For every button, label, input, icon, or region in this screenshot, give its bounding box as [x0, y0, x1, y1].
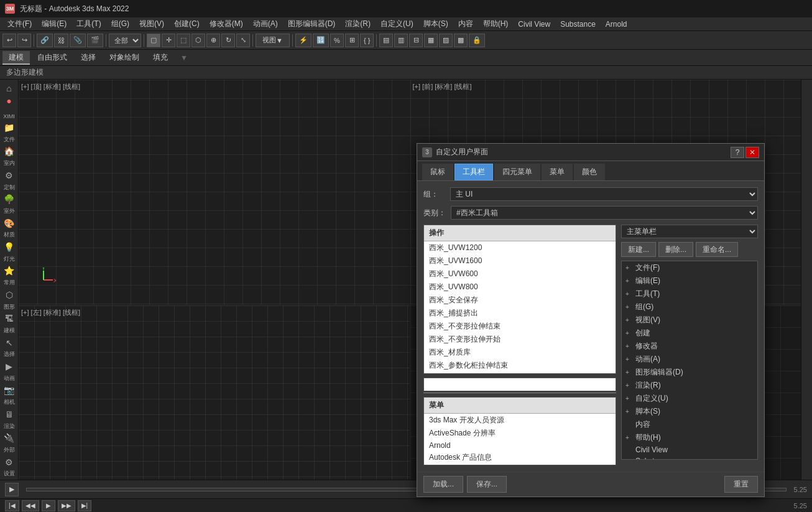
op-item-4[interactable]: 西米_安全保存 — [424, 294, 616, 307]
op-item-8[interactable]: 西米_材质库 — [424, 346, 616, 359]
menu-header: 菜单 — [424, 398, 616, 414]
menu-listbox[interactable]: 菜单 3ds Max 开发人员资源 ActiveShade 分辨率 Arnold… — [423, 397, 616, 465]
op-item-6[interactable]: 西米_不变形拉伸结束 — [424, 320, 616, 333]
dialog-footer: 加载... 保存... 重置 — [417, 472, 764, 496]
rc-item-12: 内容 — [622, 418, 757, 431]
rc-label-1: 编辑(E) — [635, 276, 660, 286]
rename-btn[interactable]: 重命名... — [696, 242, 738, 257]
right-menu-list: + 文件(F) + 编辑(E) + 工具(T) + — [621, 261, 758, 460]
rc-item-7: + 动画(A) — [622, 353, 757, 366]
rc-plus-2: + — [625, 291, 633, 297]
dialog-num: 3 — [425, 149, 429, 156]
rc-plus-8: + — [625, 369, 633, 376]
dtab-color[interactable]: 颜色 — [574, 164, 605, 180]
separator-input[interactable]: 分隔符 — [423, 378, 616, 391]
dtab-menu[interactable]: 菜单 — [542, 164, 573, 180]
rc-plus-1: + — [625, 277, 633, 284]
category-select[interactable]: #西米工具箱 — [451, 206, 758, 220]
customize-ui-dialog: 3 自定义用户界面 ? ✕ 鼠标 工具栏 四元菜单 菜单 颜色 组： 主 UI … — [417, 143, 765, 497]
menu-item-4[interactable]: Biped — [424, 464, 616, 465]
rc-label-14: Civil View — [635, 445, 668, 454]
dialog-icon: 3 — [422, 147, 432, 157]
menu-item-2[interactable]: Arnold — [424, 440, 616, 451]
dtab-mouse[interactable]: 鼠标 — [422, 164, 453, 180]
dtab-quad-menu[interactable]: 四元菜单 — [494, 164, 540, 180]
new-btn[interactable]: 新建... — [621, 242, 656, 257]
rc-item-1: + 编辑(E) — [622, 274, 757, 287]
rc-label-3: 组(G) — [635, 302, 653, 312]
footer-spacer — [510, 476, 721, 493]
rc-label-5: 创建 — [635, 328, 650, 338]
separator-section: 分隔符 — [423, 378, 616, 393]
rc-plus-13: + — [625, 434, 633, 441]
op-item-7[interactable]: 西米_不变形拉伸开始 — [424, 333, 616, 346]
rc-label-6: 修改器 — [635, 341, 658, 351]
category-label: 类别： — [423, 208, 446, 218]
right-col-select[interactable]: 主菜单栏 — [621, 225, 758, 238]
rc-label-4: 视图(V) — [635, 315, 660, 325]
dialog-title: 自定义用户界面 — [436, 147, 729, 157]
rc-plus-7: + — [625, 356, 633, 363]
rc-label-0: 文件(F) — [635, 263, 660, 273]
rc-label-15: Substance — [635, 457, 671, 460]
dialog-help-btn[interactable]: ? — [731, 147, 744, 158]
rc-label-13: 帮助(H) — [635, 432, 661, 443]
right-column: 主菜单栏 新建... 删除... 重命名... + 文件(F) — [621, 225, 758, 465]
op-item-5[interactable]: 西米_捕提挤出 — [424, 307, 616, 320]
rc-label-11: 脚本(S) — [635, 406, 660, 417]
group-select[interactable]: 主 UI — [450, 187, 758, 201]
dialog-tabs: 鼠标 工具栏 四元菜单 菜单 颜色 — [417, 161, 764, 181]
sep-line — [423, 393, 616, 393]
rc-plus-3: + — [625, 304, 633, 310]
rc-item-13: + 帮助(H) — [622, 431, 757, 444]
dialog-close-btn[interactable]: ✕ — [745, 147, 759, 158]
menu-item-1[interactable]: ActiveShade 分辨率 — [424, 427, 616, 440]
reset-btn[interactable]: 重置 — [724, 476, 758, 493]
management-btns: 新建... 删除... 重命名... — [621, 242, 758, 257]
dialog-titlebar: 3 自定义用户界面 ? ✕ — [417, 144, 764, 161]
dialog-body: 组： 主 UI 类别： #西米工具箱 操作 西米_UVW1200 — [417, 181, 764, 472]
dialog-overlay: 3 自定义用户界面 ? ✕ 鼠标 工具栏 四元菜单 菜单 颜色 组： 主 UI … — [0, 0, 812, 512]
menu-item-0[interactable]: 3ds Max 开发人员资源 — [424, 414, 616, 427]
rc-label-7: 动画(A) — [635, 354, 660, 365]
rc-label-10: 自定义(U) — [635, 393, 668, 404]
rc-item-3: + 组(G) — [622, 300, 757, 314]
rc-item-10: + 自定义(U) — [622, 392, 757, 405]
rc-plus-11: + — [625, 408, 633, 415]
rc-label-9: 渲染(R) — [635, 380, 661, 391]
group-row: 组： 主 UI — [423, 187, 758, 201]
rc-label-2: 工具(T) — [635, 289, 660, 299]
rc-plus-9: + — [625, 382, 633, 389]
operations-header: 操作 — [424, 225, 616, 241]
rc-item-5: + 创建 — [622, 327, 757, 340]
category-row: 类别： #西米工具箱 — [423, 206, 758, 220]
rc-plus-0: + — [625, 264, 633, 271]
right-col-header: 主菜单栏 — [621, 225, 758, 238]
rc-item-2: + 工具(T) — [622, 287, 757, 300]
op-item-0[interactable]: 西米_UVW1200 — [424, 241, 616, 254]
rc-label-12: 内容 — [635, 419, 650, 430]
operations-listbox[interactable]: 操作 西米_UVW1200 西米_UVW1600 西米_UVW600 西米_UV… — [423, 225, 616, 374]
dtab-toolbar[interactable]: 工具栏 — [454, 164, 493, 180]
op-item-1[interactable]: 西米_UVW1600 — [424, 254, 616, 268]
op-item-10[interactable]: 西米_参数化柜拉伸开始 — [424, 372, 616, 374]
delete-btn[interactable]: 删除... — [658, 242, 693, 257]
rc-item-11: + 脚本(S) — [622, 405, 757, 418]
save-btn[interactable]: 保存... — [467, 476, 507, 493]
op-item-2[interactable]: 西米_UVW600 — [424, 268, 616, 281]
rc-item-15: Substance — [622, 455, 757, 460]
rc-item-0: + 文件(F) — [622, 261, 757, 274]
rc-item-4: + 视图(V) — [622, 314, 757, 327]
load-btn[interactable]: 加载... — [423, 476, 463, 493]
op-item-9[interactable]: 西米_参数化柜拉伸结束 — [424, 359, 616, 372]
dialog-columns: 操作 西米_UVW1200 西米_UVW1600 西米_UVW600 西米_UV… — [423, 225, 758, 465]
rc-item-9: + 渲染(R) — [622, 379, 757, 392]
rc-label-8: 图形编辑器(D) — [635, 367, 683, 378]
rc-item-6: + 修改器 — [622, 340, 757, 353]
left-column: 操作 西米_UVW1200 西米_UVW1600 西米_UVW600 西米_UV… — [423, 225, 616, 465]
rc-plus-10: + — [625, 395, 633, 402]
op-item-3[interactable]: 西米_UVW800 — [424, 281, 616, 294]
rc-plus-4: + — [625, 317, 633, 323]
menu-item-3[interactable]: Autodesk 产品信息 — [424, 451, 616, 464]
rc-item-8: + 图形编辑器(D) — [622, 366, 757, 379]
